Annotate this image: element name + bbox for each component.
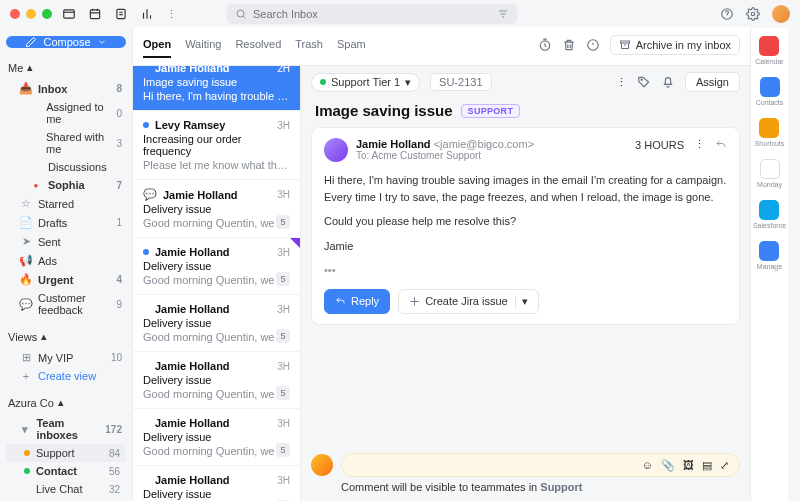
- pane-toolbar: Support Tier 1▾ SU-2131 ⋮ Assign: [301, 66, 750, 98]
- section-me[interactable]: Me ▴: [6, 57, 126, 78]
- ticket-id[interactable]: SU-2131: [430, 73, 491, 91]
- timer-icon[interactable]: [538, 38, 552, 52]
- emoji-icon[interactable]: ☺: [642, 459, 653, 472]
- section-azura[interactable]: Azura Co ▴: [6, 392, 126, 413]
- team-support[interactable]: Support84: [6, 444, 126, 462]
- tab-spam[interactable]: Spam: [337, 38, 366, 58]
- profile-avatar[interactable]: [772, 5, 790, 23]
- section-views[interactable]: Views ▴: [6, 326, 126, 347]
- team-contact[interactable]: Contact56: [6, 462, 126, 480]
- tab-open[interactable]: Open: [143, 38, 171, 58]
- team-live-chat[interactable]: Live Chat32: [6, 480, 126, 498]
- collapse-icon: ▴: [27, 61, 33, 74]
- view-create-view[interactable]: +Create view: [6, 367, 126, 385]
- thread-item[interactable]: Jamie Holland3HDelivery issueGood mornin…: [133, 238, 300, 295]
- team-inboxes-header[interactable]: ▾Team inboxes172: [6, 414, 126, 444]
- compose-button[interactable]: Compose: [6, 36, 126, 48]
- nav-count: 7: [116, 180, 122, 191]
- close-window[interactable]: [10, 9, 20, 19]
- tab-resolved[interactable]: Resolved: [235, 38, 281, 58]
- help-icon[interactable]: [720, 7, 734, 21]
- body-para-1: Hi there, I'm having trouble saving imag…: [324, 172, 727, 205]
- thread-from: Jamie Holland: [155, 474, 271, 486]
- thread-item[interactable]: Levy Ramsey3HIncreasing our order freque…: [133, 111, 300, 180]
- reply-icon[interactable]: [715, 139, 727, 151]
- tab-trash[interactable]: Trash: [295, 38, 323, 58]
- analytics-icon[interactable]: [140, 7, 154, 21]
- nav-discussions[interactable]: Discussions: [6, 158, 126, 176]
- collapsed-quote[interactable]: •••: [324, 262, 727, 279]
- more-icon[interactable]: ⋮: [166, 8, 177, 21]
- inbox-icon[interactable]: [62, 7, 76, 21]
- signature: Jamie: [324, 238, 727, 255]
- calendar-icon[interactable]: [88, 7, 102, 21]
- rail-app-calendar[interactable]: Calendar: [755, 36, 783, 65]
- conversation-title: Image saving issue SUPPORT: [301, 98, 750, 127]
- nav-urgent[interactable]: 🔥Urgent4: [6, 270, 126, 289]
- thread-item[interactable]: Jamie Holland3HDelivery issueGood mornin…: [133, 352, 300, 409]
- comment-field[interactable]: ☺ 📎 🖼 ▤ ⤢: [341, 453, 740, 477]
- image-icon[interactable]: 🖼: [683, 459, 694, 472]
- nav-inbox[interactable]: 📥Inbox8: [6, 79, 126, 98]
- nav-sent[interactable]: ➤Sent: [6, 232, 126, 251]
- nav-starred[interactable]: ☆Starred: [6, 194, 126, 213]
- tab-bar: OpenWaitingResolvedTrashSpam Archive in …: [133, 27, 750, 66]
- global-search[interactable]: [227, 4, 517, 24]
- subject-heading: Image saving issue: [315, 102, 453, 119]
- spam-icon[interactable]: [586, 38, 600, 52]
- nav-label: Urgent: [38, 274, 73, 286]
- titlebar: ⋮: [0, 0, 800, 28]
- attach-icon[interactable]: 📎: [661, 459, 675, 472]
- nav-count: 3: [116, 138, 122, 149]
- rail-app-contacts[interactable]: Contacts: [756, 77, 784, 106]
- rail-app-shortcuts[interactable]: Shortcuts: [755, 118, 785, 147]
- rail-app-monday[interactable]: Monday: [757, 159, 782, 188]
- nav-customer-feedback[interactable]: 💬Customer feedback9: [6, 289, 126, 319]
- tab-waiting[interactable]: Waiting: [185, 38, 221, 58]
- view-my-vip[interactable]: ⊞My VIP10: [6, 348, 126, 367]
- search-input[interactable]: [253, 8, 491, 20]
- thread-from: Levy Ramsey: [155, 119, 271, 131]
- tag-icon[interactable]: [637, 75, 651, 89]
- assign-button[interactable]: Assign: [685, 72, 740, 92]
- thread-list[interactable]: Jamie Holland2HImage saving issueHi ther…: [133, 54, 300, 501]
- nav-count: 8: [116, 83, 122, 94]
- thread-preview: Good morning Quentin, we want...: [143, 445, 290, 457]
- filter-icon[interactable]: [497, 8, 509, 20]
- settings-icon[interactable]: [746, 7, 760, 21]
- thread-item[interactable]: Jamie Holland3HDelivery issueGood mornin…: [133, 466, 300, 501]
- thread-item[interactable]: 💬Jamie Holland3HDelivery issueGood morni…: [133, 180, 300, 238]
- nav-count: 4: [116, 274, 122, 285]
- expand-icon[interactable]: ⤢: [720, 459, 729, 472]
- archive-button[interactable]: Archive in my inbox: [610, 35, 740, 55]
- chat-icon: 💬: [143, 188, 157, 201]
- nav-ads[interactable]: 📢Ads: [6, 251, 126, 270]
- create-jira-button[interactable]: Create Jira issue▾: [398, 289, 539, 314]
- rail-app-salesforce[interactable]: Salesforce: [753, 200, 786, 229]
- app-icon: [759, 118, 779, 138]
- nav-drafts[interactable]: 📄Drafts1: [6, 213, 126, 232]
- chevron-down-icon[interactable]: ▾: [515, 295, 528, 308]
- maximize-window[interactable]: [42, 9, 52, 19]
- minimize-window[interactable]: [26, 9, 36, 19]
- view-icon: ⊞: [20, 351, 32, 364]
- support-tag[interactable]: SUPPORT: [461, 104, 521, 118]
- sender-avatar[interactable]: [324, 138, 348, 162]
- more-icon[interactable]: ⋮: [694, 138, 705, 151]
- unread-dot-icon: [143, 249, 149, 255]
- tasks-icon[interactable]: [114, 7, 128, 21]
- nav-shared-with-me[interactable]: Shared with me3: [6, 128, 126, 158]
- thread-item[interactable]: Jamie Holland3HDelivery issueGood mornin…: [133, 409, 300, 466]
- tier-pill[interactable]: Support Tier 1▾: [311, 73, 420, 92]
- thread-item[interactable]: Jamie Holland3HDelivery issueGood mornin…: [133, 295, 300, 352]
- more-icon[interactable]: ⋮: [616, 76, 627, 89]
- bell-icon[interactable]: [661, 75, 675, 89]
- rail-app-manage[interactable]: Manage: [757, 241, 782, 270]
- nav-assigned-to-me[interactable]: Assigned to me0: [6, 98, 126, 128]
- thread-subject: Delivery issue: [143, 203, 290, 215]
- reply-button[interactable]: Reply: [324, 289, 390, 314]
- trash-icon[interactable]: [562, 38, 576, 52]
- status-dot-icon: [320, 79, 326, 85]
- gif-icon[interactable]: ▤: [702, 459, 712, 472]
- nav-sophia[interactable]: ●Sophia7: [6, 176, 126, 194]
